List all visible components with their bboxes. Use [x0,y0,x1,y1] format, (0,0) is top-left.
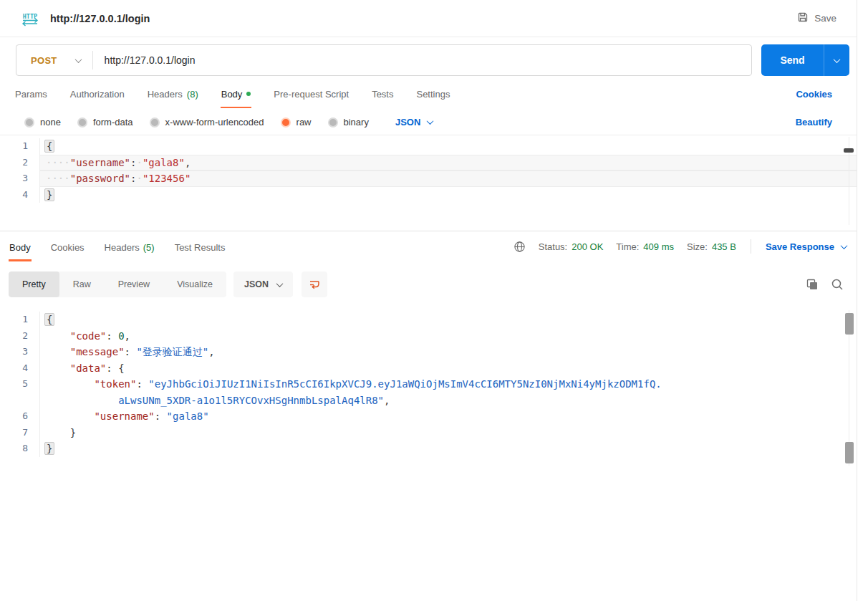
scrollbar-thumb[interactable] [845,442,854,463]
code-line[interactable]: 7 } [0,425,857,441]
status-badge: Status:200 OK [539,241,604,252]
url-input[interactable] [93,54,751,66]
response-toolbar: Pretty Raw Preview Visualize JSON [9,271,844,297]
method-selector[interactable]: POST [16,55,92,66]
size-badge: Size:435 B [687,241,736,252]
response-tab-test-results[interactable]: Test Results [174,231,226,261]
line-number: 1 [0,312,40,328]
line-number: 5 [0,376,40,393]
copy-icon[interactable] [806,278,819,291]
response-tab-headers[interactable]: Headers(5) [104,231,155,261]
request-url-box: POST [16,44,752,76]
code-text[interactable]: "data": { [40,360,857,377]
request-body-editor[interactable]: 1{2····"username":·"gala8",3····"passwor… [0,135,857,231]
modified-dot-icon [246,92,251,96]
tab-tests[interactable]: Tests [371,86,394,108]
send-button[interactable]: Send [761,44,849,76]
tab-pre-request-script[interactable]: Pre-request Script [273,86,349,108]
code-line[interactable]: 2 "code": 0, [0,328,857,345]
line-number: 3 [0,344,40,360]
send-label[interactable]: Send [761,44,824,76]
code-line[interactable]: 2····"username":·"gala8", [0,155,857,171]
code-line[interactable]: 3 "message": "登录验证通过", [0,344,857,360]
save-response-button[interactable]: Save Response [766,241,847,252]
tab-body[interactable]: Body [221,86,252,108]
beautify-link[interactable]: Beautify [796,117,832,128]
response-format-selector[interactable]: JSON [233,271,293,297]
tab-settings[interactable]: Settings [415,86,450,108]
code-text[interactable]: } [40,425,857,441]
body-type-raw[interactable]: raw [281,117,312,128]
response-headers-count-badge: (5) [143,242,155,253]
method-label: POST [31,55,57,66]
line-number: 2 [0,155,40,171]
code-line[interactable]: 5 "token": "eyJhbGciOiJIUzI1NiIsInR5cCI6… [0,376,857,393]
scrollbar-marker[interactable] [844,148,854,153]
code-line[interactable]: 4} [0,187,857,203]
body-type-row: none form-data x-www-form-urlencoded raw… [0,108,857,135]
radio-icon [24,117,34,128]
chevron-down-icon [74,56,82,63]
tab-headers[interactable]: Headers(8) [147,86,199,108]
wrap-lines-button[interactable] [302,271,327,297]
view-tab-visualize[interactable]: Visualize [163,271,226,297]
code-text[interactable]: "message": "登录验证通过", [40,344,857,360]
chevron-down-icon [834,56,841,63]
response-view-switch: Pretty Raw Preview Visualize [9,271,226,297]
line-number [0,393,40,409]
code-text[interactable]: aLwsUNm_5XDR-a1o1l5RYCOvxHSgHnmbLspalAq4… [40,393,857,409]
code-text[interactable]: ····"password":·"123456" [40,170,857,187]
view-tab-preview[interactable]: Preview [105,271,163,297]
view-tab-raw[interactable]: Raw [59,271,105,297]
body-type-form-data[interactable]: form-data [77,117,133,128]
save-button[interactable]: Save [791,7,842,29]
response-tab-body[interactable]: Body [9,231,32,261]
request-title-bar: HTTP http://127.0.0.1/login Save [0,0,857,37]
code-text[interactable]: "code": 0, [40,328,857,345]
line-number: 4 [0,360,40,377]
save-label: Save [814,13,836,24]
tab-params[interactable]: Params [14,86,48,108]
cookies-link[interactable]: Cookies [796,89,832,108]
code-line[interactable]: aLwsUNm_5XDR-a1o1l5RYCOvxHSgHnmbLspalAq4… [0,393,857,409]
view-tab-pretty[interactable]: Pretty [9,271,59,297]
wrap-lines-icon [308,278,321,291]
body-type-none[interactable]: none [24,117,61,128]
code-text[interactable]: } [40,441,857,457]
scrollbar-thumb[interactable] [845,313,854,335]
code-text[interactable]: } [40,187,857,203]
send-options-button[interactable] [824,44,849,76]
radio-icon [150,117,160,128]
radio-icon [77,117,87,128]
body-type-binary[interactable]: binary [328,117,369,128]
request-tabs: Params Authorization Headers(8) Body Pre… [0,76,857,108]
raw-format-selector[interactable]: JSON [395,117,433,128]
line-number: 1 [0,138,40,155]
code-line[interactable]: 4 "data": { [0,360,857,377]
code-line[interactable]: 3····"password":·"123456" [0,170,857,187]
line-number: 7 [0,425,40,441]
time-badge: Time:409 ms [616,241,674,252]
code-line[interactable]: 1{ [0,312,857,328]
save-icon [797,11,809,25]
search-icon[interactable] [831,278,844,291]
tab-authorization[interactable]: Authorization [69,86,125,108]
line-number: 6 [0,408,40,425]
code-line[interactable]: 1{ [0,138,857,155]
code-text[interactable]: "username": "gala8" [40,408,857,425]
response-body-viewer[interactable]: 1{2 "code": 0,3 "message": "登录验证通过",4 "d… [0,309,857,580]
url-bar: POST Send [16,44,849,76]
line-number: 3 [0,170,40,187]
globe-icon[interactable] [513,241,526,253]
code-line[interactable]: 6 "username": "gala8" [0,408,857,425]
code-line[interactable]: 8} [0,441,857,457]
headers-count-badge: (8) [187,89,198,100]
code-text[interactable]: { [40,138,857,155]
body-type-x-www-form-urlencoded[interactable]: x-www-form-urlencoded [150,117,264,128]
code-text[interactable]: "token": "eyJhbGciOiJIUzI1NiIsInR5cCI6Ik… [40,376,857,393]
code-text[interactable]: { [40,312,857,328]
response-tab-cookies[interactable]: Cookies [50,231,85,261]
code-text[interactable]: ····"username":·"gala8", [40,155,857,171]
response-actions [806,278,844,291]
line-number: 4 [0,187,40,203]
